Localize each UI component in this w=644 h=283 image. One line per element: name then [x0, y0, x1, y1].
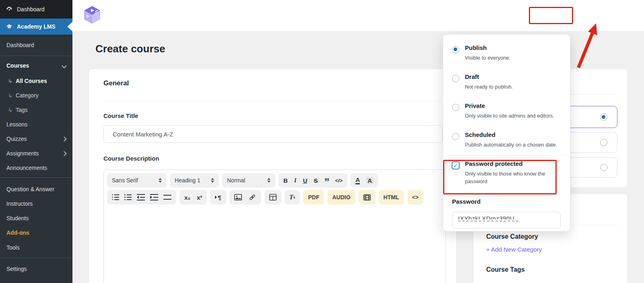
add-new-category-link[interactable]: + Add New Category: [486, 246, 542, 253]
radio-icon[interactable]: [600, 139, 607, 146]
radio-selected-icon[interactable]: [600, 114, 607, 121]
outdent-icon[interactable]: [137, 194, 145, 200]
strikethrough-button[interactable]: S: [314, 178, 318, 184]
create-course-card: General Course Title Content Marketing A…: [89, 68, 457, 283]
direction-group: ¶: [210, 190, 226, 205]
html-button[interactable]: HTML: [379, 190, 404, 205]
password-protected-checkbox[interactable]: ✓: [452, 161, 460, 169]
password-protected-label[interactable]: Password protected: [465, 160, 522, 167]
underline-button[interactable]: U: [303, 178, 308, 184]
course-title-value: Content Marketing A-Z: [113, 131, 173, 138]
sidebar-item-label: Tools: [6, 244, 20, 251]
section-title: General: [103, 79, 129, 87]
sidebar-item-academy-lms[interactable]: Academy LMS: [0, 19, 72, 35]
section-divider: [103, 101, 443, 101]
sidebar-item-instructors[interactable]: Instructors: [0, 196, 72, 211]
sidebar-item-label: Category: [16, 92, 39, 99]
sidebar-item-label: Assignments: [6, 150, 39, 157]
sidebar-item-category[interactable]: ↳Category: [0, 88, 72, 103]
sub-arrow-icon: ↳: [8, 93, 12, 99]
chevron-right-icon: [62, 151, 67, 156]
sidebar-divider: [0, 56, 72, 56]
sidebar-item-courses[interactable]: Courses: [0, 58, 72, 73]
password-label: Password: [452, 198, 481, 205]
sidebar-item-label: Tags: [16, 107, 28, 113]
audio-button[interactable]: AUDIO: [327, 190, 355, 205]
color-group: A A: [351, 173, 378, 188]
course-description-label: Course Description: [103, 155, 159, 162]
password-protected-desc: Only visible to those who know the passw…: [465, 170, 561, 185]
page-title: Create course: [95, 43, 165, 55]
list-indent-group: [107, 190, 176, 205]
indent-icon[interactable]: [150, 194, 158, 200]
status-option-private[interactable]: Private: [465, 102, 485, 109]
sidebar-item-label: All Courses: [16, 78, 47, 84]
align-icon[interactable]: [163, 194, 171, 200]
script-group: x₂ x²: [180, 190, 207, 205]
triangle-right-icon: [215, 196, 217, 199]
sidebar-item-assignments[interactable]: Assignments: [0, 146, 72, 161]
clear-format-button[interactable]: Tx: [289, 194, 295, 200]
sidebar-item-label: Instructors: [6, 200, 33, 207]
sidebar-item-students[interactable]: Students: [0, 211, 72, 225]
link-icon[interactable]: [248, 194, 256, 201]
admin-sidebar: Dashboard Academy LMS Dashboard Courses …: [0, 0, 72, 283]
sidebar-item-tags[interactable]: ↳Tags: [0, 103, 72, 117]
font-family-value: Sans Serif: [112, 177, 138, 184]
status-option-draft[interactable]: Draft: [465, 73, 479, 80]
status-option-desc: Visible to everyone.: [465, 54, 510, 62]
sidebar-item-all-courses[interactable]: ↳All Courses: [0, 74, 72, 88]
pdf-button[interactable]: PDF: [303, 190, 324, 205]
sidebar-item-wp-dashboard[interactable]: Dashboard: [0, 0, 72, 19]
video-button[interactable]: [359, 190, 376, 205]
sidebar-item-label: Add-ons: [6, 229, 29, 236]
font-family-select[interactable]: Sans Serif: [107, 173, 167, 188]
blockquote-button[interactable]: ”: [324, 177, 329, 187]
bold-button[interactable]: B: [283, 178, 288, 184]
paragraph-style-value: Normal: [227, 177, 245, 184]
shortcode-button[interactable]: <>: [407, 190, 423, 205]
table-icon[interactable]: [269, 194, 277, 200]
image-icon[interactable]: [234, 194, 242, 200]
sidebar-item-label: Dashboard: [6, 42, 34, 48]
dropdown-divider: [443, 155, 570, 156]
media-group: [229, 190, 261, 205]
sidebar-item-announcements[interactable]: Announcements: [0, 161, 72, 175]
sidebar-item-dashboard[interactable]: Dashboard: [0, 38, 72, 52]
sidebar-item-lessons[interactable]: Lessons: [0, 117, 72, 132]
topbar: [72, 0, 644, 32]
code-button[interactable]: </>: [335, 178, 343, 183]
paragraph-style-select[interactable]: Normal: [222, 173, 275, 188]
sidebar-item-tools[interactable]: Tools: [0, 240, 72, 255]
course-description-editor[interactable]: Sans Serif Heading 1 Normal B I U S ” </…: [103, 169, 446, 283]
text-direction-button[interactable]: ¶: [215, 194, 221, 200]
text-color-button[interactable]: A: [355, 177, 360, 184]
radio-icon[interactable]: [452, 104, 459, 111]
sidebar-item-quizzes[interactable]: Quizzes: [0, 132, 72, 146]
sidebar-item-add-ons[interactable]: Add-ons: [0, 225, 72, 240]
radio-icon[interactable]: [452, 133, 459, 140]
publish-status-dropdown-panel: Publish Visible to everyone. Draft Not r…: [443, 34, 570, 231]
ordered-list-icon[interactable]: [112, 194, 119, 200]
course-title-input[interactable]: Content Marketing A-Z: [103, 125, 443, 143]
sidebar-item-question-answer[interactable]: Question & Answer: [0, 182, 72, 196]
italic-button[interactable]: I: [294, 178, 297, 184]
sidebar-item-label: Question & Answer: [6, 186, 54, 192]
highlight-color-button[interactable]: A: [366, 177, 373, 184]
radio-selected-icon[interactable]: [452, 46, 459, 53]
editor-content-area[interactable]: [104, 208, 446, 283]
sidebar-item-settings[interactable]: Settings: [0, 262, 72, 276]
radio-icon[interactable]: [452, 75, 459, 82]
heading-select[interactable]: Heading 1: [170, 173, 219, 188]
status-option-publish[interactable]: Publish: [465, 44, 487, 51]
subscript-button[interactable]: x₂: [184, 194, 190, 200]
superscript-button[interactable]: x²: [197, 194, 202, 200]
sidebar-item-label: Academy LMS: [17, 23, 56, 30]
bullet-list-icon[interactable]: [124, 194, 132, 200]
editor-toolbar-row-2: x₂ x² ¶ Tx PDF AUDIO HTML <>: [107, 190, 423, 205]
password-input[interactable]: !XYhzkLXDmz390U: [452, 212, 561, 229]
sidebar-item-label: Dashboard: [17, 6, 45, 12]
radio-icon[interactable]: [600, 164, 607, 171]
status-option-scheduled[interactable]: Scheduled: [465, 131, 495, 138]
heading-value: Heading 1: [175, 177, 200, 184]
